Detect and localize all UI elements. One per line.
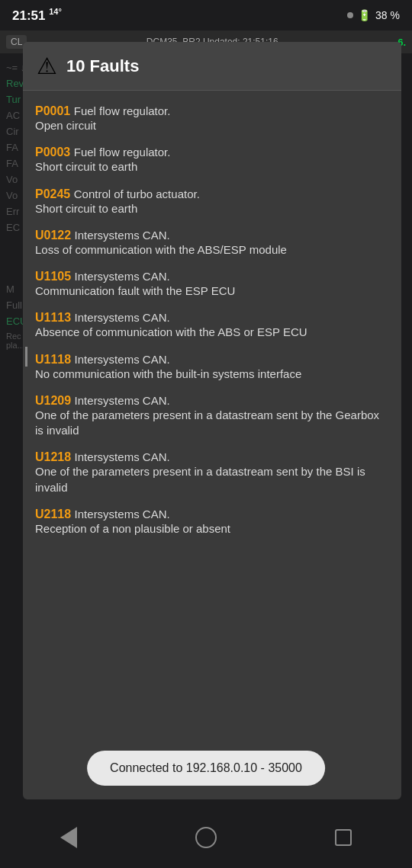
nav-back-button[interactable] — [50, 818, 88, 857]
fault-description: One of the parameters present in a datas… — [35, 464, 389, 498]
fault-description: Communication fault with the ESP ECU — [35, 283, 389, 302]
modal-header: ⚠ 10 Faults — [23, 42, 401, 91]
battery-icon: 🔋 — [358, 9, 371, 21]
fault-list[interactable]: P0001 Fuel flow regulator.Open circuitP0… — [23, 91, 401, 799]
status-bar: 21:51 14° 🔋 38 % — [0, 0, 412, 30]
warning-icon: ⚠ — [37, 53, 57, 79]
fault-item: U1218 Intersystems CAN.One of the parame… — [23, 443, 401, 500]
fault-item: U0122 Intersystems CAN.Loss of communica… — [23, 221, 401, 262]
status-right: 🔋 38 % — [347, 9, 400, 21]
fault-item: U1105 Intersystems CAN.Communication fau… — [23, 262, 401, 303]
fault-description: Short circuit to earth — [35, 201, 389, 219]
connected-text: Connected to 192.168.0.10 - 35000 — [110, 761, 302, 774]
status-time: 21:51 14° — [12, 7, 62, 24]
nav-recent-button[interactable] — [324, 818, 362, 857]
fault-code: U1113 Intersystems CAN. — [35, 305, 389, 325]
fault-code: U2118 Intersystems CAN. — [35, 501, 389, 521]
fault-description: No communication with the built-in syste… — [35, 367, 389, 385]
signal-dot — [347, 12, 353, 18]
fault-item: U1118 Intersystems CAN.No communication … — [23, 345, 401, 386]
nav-bar — [0, 807, 412, 868]
fault-item: U1209 Intersystems CAN.One of the parame… — [23, 386, 401, 444]
fault-code: P0001 Fuel flow regulator. — [35, 98, 389, 118]
fault-code: U1105 Intersystems CAN. — [35, 264, 389, 283]
fault-description: Loss of communication with the ABS/ESP m… — [35, 242, 389, 261]
recent-icon — [335, 829, 352, 846]
modal-title: 10 Faults — [66, 56, 139, 76]
fault-code: U1218 Intersystems CAN. — [35, 444, 389, 464]
fault-description: Reception of a non plausible or absent — [35, 521, 389, 540]
fault-modal: ⚠ 10 Faults P0001 Fuel flow regulator.Op… — [23, 42, 401, 799]
fault-description: Short circuit to earth — [35, 159, 389, 178]
back-icon — [60, 827, 77, 848]
fault-description: Open circuit — [35, 118, 389, 136]
fault-item: P0245 Control of turbo actuator.Short ci… — [23, 180, 401, 221]
fault-description: Absence of communication with the ABS or… — [35, 325, 389, 343]
fault-item: P0001 Fuel flow regulator.Open circuit — [23, 97, 401, 138]
fault-code: P0245 Control of turbo actuator. — [35, 181, 389, 201]
fault-code: U1118 Intersystems CAN. — [25, 347, 389, 367]
fault-code: U1209 Intersystems CAN. — [35, 388, 389, 408]
home-icon — [195, 827, 217, 848]
fault-description: One of the parameters present in a datas… — [35, 408, 389, 442]
fault-item: U2118 Intersystems CAN.Reception of a no… — [23, 500, 401, 541]
fault-code: U0122 Intersystems CAN. — [35, 223, 389, 242]
fault-code: P0003 Fuel flow regulator. — [35, 139, 389, 159]
fault-item: P0003 Fuel flow regulator.Short circuit … — [23, 138, 401, 179]
nav-home-button[interactable] — [187, 818, 225, 857]
connected-bar: Connected to 192.168.0.10 - 35000 — [87, 751, 325, 786]
fault-item: U1113 Intersystems CAN.Absence of commun… — [23, 303, 401, 344]
